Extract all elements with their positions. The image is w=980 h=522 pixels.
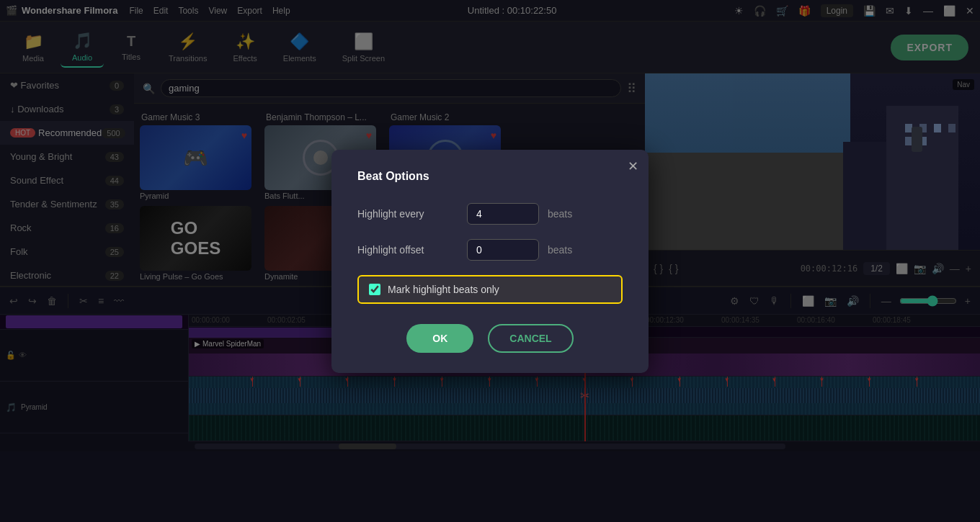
mark-highlight-checkbox[interactable] (369, 284, 380, 295)
mark-highlight-row: Mark highlight beats only (357, 275, 623, 304)
dialog-overlay: Beat Options ✕ Highlight every beats Hig… (0, 0, 980, 522)
highlight-every-unit: beats (548, 208, 572, 220)
highlight-offset-label: Highlight offset (357, 244, 458, 256)
highlight-offset-input[interactable] (467, 239, 539, 261)
beat-options-dialog: Beat Options ✕ Highlight every beats Hig… (331, 150, 649, 373)
cancel-button[interactable]: CANCEL (488, 324, 573, 353)
highlight-every-input[interactable] (467, 203, 539, 225)
dialog-title: Beat Options (357, 170, 623, 183)
dialog-buttons: OK CANCEL (357, 324, 623, 353)
dialog-close-button[interactable]: ✕ (628, 158, 638, 174)
mark-highlight-label: Mark highlight beats only (388, 284, 499, 295)
highlight-offset-unit: beats (548, 244, 572, 256)
highlight-offset-row: Highlight offset beats (357, 239, 623, 261)
highlight-every-label: Highlight every (357, 208, 458, 220)
highlight-every-row: Highlight every beats (357, 203, 623, 225)
ok-button[interactable]: OK (406, 324, 473, 353)
